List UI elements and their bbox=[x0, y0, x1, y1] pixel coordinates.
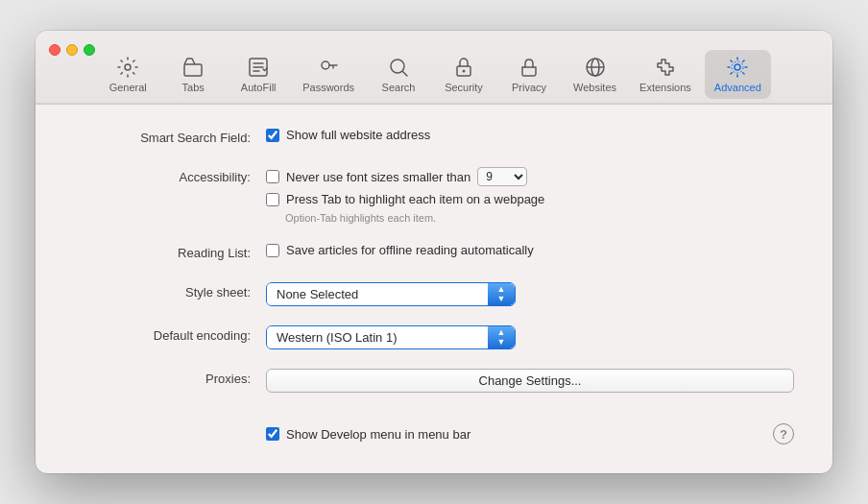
show-full-address-label: Show full website address bbox=[286, 128, 430, 142]
font-size-label: Never use font sizes smaller than bbox=[286, 170, 470, 184]
default-encoding-label: Default encoding: bbox=[74, 325, 266, 346]
svg-point-10 bbox=[732, 61, 743, 73]
change-settings-button[interactable]: Change Settings... bbox=[266, 369, 794, 393]
privacy-icon bbox=[518, 56, 541, 79]
reading-list-row: Reading List: Save articles for offline … bbox=[74, 243, 794, 263]
font-size-select[interactable]: 9 bbox=[477, 167, 527, 186]
font-size-row: Never use font sizes smaller than 9 bbox=[266, 167, 794, 186]
style-sheet-select[interactable]: None Selected bbox=[267, 283, 515, 305]
search-icon bbox=[387, 56, 410, 79]
style-sheet-content: None Selected ▲ ▼ bbox=[266, 282, 794, 306]
tab-websites[interactable]: Websites bbox=[564, 50, 626, 99]
tab-search[interactable]: Search bbox=[368, 50, 429, 99]
gear-icon bbox=[116, 56, 139, 79]
tab-highlight-row[interactable]: Press Tab to highlight each item on a we… bbox=[266, 192, 794, 206]
develop-menu-checkbox[interactable] bbox=[266, 427, 279, 441]
offline-reading-checkbox[interactable] bbox=[266, 244, 279, 257]
reading-list-content: Save articles for offline reading automa… bbox=[266, 243, 794, 257]
style-sheet-label: Style sheet: bbox=[74, 282, 266, 302]
proxies-row: Proxies: Change Settings... bbox=[74, 369, 794, 393]
tab-hint: Option-Tab highlights each item. bbox=[285, 212, 794, 224]
tabs-icon bbox=[181, 56, 205, 79]
tab-general[interactable]: General bbox=[97, 50, 158, 99]
proxies-label: Proxies: bbox=[74, 369, 266, 389]
tab-highlight-label: Press Tab to highlight each item on a we… bbox=[286, 192, 544, 206]
style-sheet-dropdown-container: None Selected ▲ ▼ bbox=[266, 282, 516, 306]
smart-search-label: Smart Search Field: bbox=[74, 128, 266, 148]
encoding-select[interactable]: Western (ISO Latin 1) Unicode (UTF-8) bbox=[267, 326, 515, 348]
title-bar: General Tabs AutoFill bbox=[36, 31, 832, 104]
svg-point-9 bbox=[735, 64, 740, 70]
close-button[interactable] bbox=[49, 44, 60, 56]
advanced-icon bbox=[726, 56, 749, 79]
style-sheet-row: Style sheet: None Selected ▲ ▼ bbox=[74, 282, 794, 306]
tab-highlight-checkbox[interactable] bbox=[266, 193, 279, 206]
offline-reading-row[interactable]: Save articles for offline reading automa… bbox=[266, 243, 794, 257]
traffic-lights bbox=[49, 44, 95, 56]
preferences-window: General Tabs AutoFill bbox=[36, 31, 832, 473]
proxies-content: Change Settings... bbox=[266, 369, 794, 393]
show-full-address-checkbox[interactable] bbox=[266, 129, 279, 142]
passwords-icon bbox=[317, 56, 340, 79]
reading-list-label: Reading List: bbox=[74, 243, 266, 263]
font-size-checkbox[interactable] bbox=[266, 170, 279, 183]
accessibility-content: Never use font sizes smaller than 9 Pres… bbox=[266, 167, 794, 224]
default-encoding-content: Western (ISO Latin 1) Unicode (UTF-8) ▲ … bbox=[266, 325, 794, 349]
encoding-dropdown-container: Western (ISO Latin 1) Unicode (UTF-8) ▲ … bbox=[266, 325, 516, 349]
maximize-button[interactable] bbox=[84, 44, 95, 56]
websites-icon bbox=[584, 56, 607, 79]
show-full-address-row[interactable]: Show full website address bbox=[266, 128, 794, 142]
tab-tabs[interactable]: Tabs bbox=[162, 50, 224, 99]
smart-search-content: Show full website address bbox=[266, 128, 794, 142]
tab-extensions[interactable]: Extensions bbox=[630, 50, 701, 99]
svg-point-6 bbox=[463, 70, 466, 73]
default-encoding-row: Default encoding: Western (ISO Latin 1) … bbox=[74, 325, 794, 349]
content-area: Smart Search Field: Show full website ad… bbox=[36, 104, 832, 473]
smart-search-field-row: Smart Search Field: Show full website ad… bbox=[74, 128, 794, 148]
accessibility-row: Accessibility: Never use font sizes smal… bbox=[74, 167, 794, 224]
develop-menu-label: Show Develop menu in menu bar bbox=[286, 427, 470, 442]
tab-advanced[interactable]: Advanced bbox=[705, 50, 771, 99]
tab-security[interactable]: Security bbox=[433, 50, 494, 99]
extensions-icon bbox=[654, 56, 677, 79]
toolbar: General Tabs AutoFill bbox=[51, 42, 817, 103]
offline-reading-label: Save articles for offline reading automa… bbox=[286, 243, 534, 257]
security-icon bbox=[452, 56, 475, 79]
accessibility-label: Accessibility: bbox=[74, 167, 266, 187]
svg-point-0 bbox=[125, 64, 131, 70]
svg-rect-1 bbox=[184, 64, 202, 76]
tab-privacy[interactable]: Privacy bbox=[498, 50, 560, 99]
bottom-row: Show Develop menu in menu bar ? bbox=[74, 416, 794, 444]
help-button[interactable]: ? bbox=[773, 423, 794, 444]
minimize-button[interactable] bbox=[66, 44, 78, 56]
tab-passwords[interactable]: Passwords bbox=[293, 50, 364, 99]
svg-point-3 bbox=[322, 61, 329, 69]
svg-point-4 bbox=[391, 60, 404, 73]
tab-autofill[interactable]: AutoFill bbox=[228, 50, 289, 99]
autofill-icon bbox=[247, 56, 270, 79]
develop-menu-row[interactable]: Show Develop menu in menu bar bbox=[266, 427, 470, 442]
